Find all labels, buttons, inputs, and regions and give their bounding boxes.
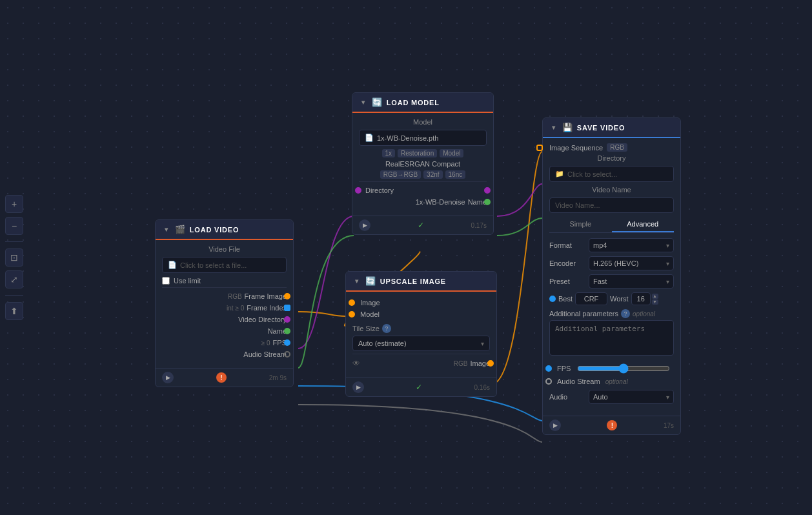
directory-input[interactable]: 📁 Click to select... — [549, 166, 674, 182]
collapse-btn[interactable]: ▾ — [359, 98, 368, 107]
time-label: 17s — [664, 422, 674, 429]
fit-button[interactable]: ⊡ — [5, 248, 23, 267]
encoder-row: Encoder H.265 (HEVC) ▾ — [549, 256, 674, 270]
video-name-label: Video Name — [549, 186, 674, 194]
check-icon: ✓ — [416, 383, 422, 392]
run-button[interactable]: ▶ — [162, 372, 174, 383]
fps-in-port: FPS — [549, 361, 674, 376]
collapse-btn[interactable]: ▾ — [352, 277, 361, 286]
file-input[interactable]: 📄 Click to select a file... — [162, 257, 287, 273]
zoom-out-button[interactable]: − — [5, 217, 23, 235]
save-icon: 💾 — [562, 123, 573, 132]
spinner-up[interactable]: ▲ — [652, 294, 658, 299]
image-in-dot[interactable] — [349, 299, 355, 306]
spinner-down[interactable]: ▼ — [652, 299, 658, 305]
fps-dot[interactable] — [284, 339, 290, 346]
expand-button[interactable]: ⤢ — [5, 270, 23, 288]
upload-button[interactable]: ⬆ — [5, 302, 23, 320]
name-port: 1x-WB-Denoise Name — [359, 196, 487, 208]
zoom-in-button[interactable]: + — [5, 195, 23, 213]
image-out-dot[interactable] — [487, 360, 494, 367]
collapse-btn[interactable]: ▾ — [549, 123, 558, 132]
use-limit-row: Use limit — [162, 277, 287, 285]
upscale-image-node: ▾ 🔄 UPSCALE IMAGE Image Model Tile Size … — [345, 271, 497, 397]
time-label: 2m 9s — [269, 374, 287, 381]
fps-in-dot[interactable] — [545, 365, 552, 372]
frame-index-port: int ≥ 0 Frame Index — [162, 302, 287, 314]
section-label: Model — [359, 118, 487, 126]
audio-row: Audio Auto ▾ — [549, 390, 674, 404]
format-select[interactable]: mp4 ▾ — [589, 238, 674, 252]
help-icon2: ? — [621, 309, 630, 318]
model-in-dot[interactable] — [349, 311, 355, 318]
name-out-dot[interactable] — [484, 199, 491, 205]
collapse-btn[interactable]: ▾ — [162, 225, 171, 234]
frame-image-dot[interactable] — [284, 293, 290, 299]
load-video-header: ▾ 🎬 LOAD VIDEO — [156, 220, 293, 240]
load-video-node: ▾ 🎬 LOAD VIDEO Video File 📄 Click to sel… — [155, 219, 294, 387]
video-name-input[interactable]: Video Name... — [549, 197, 674, 213]
node-title: LOAD MODEL — [387, 99, 440, 106]
eye-icon[interactable]: 👁 — [352, 359, 360, 368]
image-in-port: Image — [352, 297, 490, 308]
audio-stream-port: Audio Stream — [162, 348, 287, 360]
details-row: RGB→RGB 32nf 16nc — [359, 170, 487, 179]
run-button[interactable]: ▶ — [549, 419, 561, 431]
additional-params-input[interactable] — [549, 320, 674, 356]
image-out-port: 👁 RGB Image — [352, 357, 490, 370]
model-tags: 1x Restoration Model — [359, 149, 487, 157]
node-title: UPSCALE IMAGE — [380, 278, 446, 285]
use-limit-checkbox[interactable] — [162, 277, 170, 285]
name-dot[interactable] — [284, 328, 290, 334]
preset-row: Preset Fast ▾ — [549, 274, 674, 288]
tab-advanced[interactable]: Advanced — [612, 217, 675, 232]
audio-stream-dot[interactable] — [284, 351, 290, 358]
frame-index-dot[interactable] — [284, 305, 290, 311]
time-label: 0.16s — [474, 384, 490, 391]
upscale-icon: 🔄 — [365, 276, 376, 286]
section-label: Video File — [162, 245, 287, 253]
audio-stream-in-dot[interactable] — [545, 378, 552, 385]
tab-simple[interactable]: Simple — [549, 217, 612, 232]
video-directory-port: Video Directory — [162, 314, 287, 325]
frame-image-port: RGB Frame Image — [162, 290, 287, 302]
audio-select[interactable]: Auto ▾ — [589, 390, 674, 404]
crf-input[interactable]: CRF — [575, 292, 607, 305]
worst-input-group: 16 ▲ ▼ — [631, 292, 658, 305]
crf-row: Best CRF Worst 16 ▲ ▼ — [549, 292, 674, 305]
upscale-image-header: ▾ 🔄 UPSCALE IMAGE — [346, 272, 496, 292]
img-seq-row: Image Sequence RGB — [549, 143, 674, 152]
encoder-select[interactable]: H.265 (HEVC) ▾ — [589, 256, 674, 270]
run-button[interactable]: ▶ — [359, 219, 370, 231]
canvas-toolbar: + − ⊡ ⤢ ⬆ — [5, 195, 23, 320]
check-icon: ✓ — [418, 221, 424, 230]
directory-out-dot[interactable] — [484, 187, 491, 194]
error-badge: ! — [607, 420, 617, 430]
directory-label: Directory — [549, 154, 674, 162]
model-icon: 🔄 — [372, 97, 383, 107]
fps-slider[interactable] — [577, 363, 670, 374]
img-seq-dot[interactable] — [536, 145, 543, 151]
model-in-port: Model — [352, 308, 490, 320]
tab-row: Simple Advanced — [549, 217, 674, 233]
additional-label-row: Additional parameters ? optional — [549, 309, 674, 318]
model-file-value: 1x-WB-Denoise.pth — [377, 134, 438, 142]
additional-params-section: Additional parameters ? optional — [549, 309, 674, 358]
video-name-placeholder: Video Name... — [555, 201, 600, 209]
audio-stream-in-port: Audio Stream optional — [549, 376, 674, 387]
file-placeholder: Click to select a file... — [180, 261, 247, 269]
directory-port: Directory — [359, 185, 487, 196]
node-title: SAVE VIDEO — [577, 124, 625, 132]
tile-size-select[interactable]: Auto (estimate) ▾ — [352, 336, 490, 351]
help-icon: ? — [382, 324, 391, 333]
model-file-input[interactable]: 📄 1x-WB-Denoise.pth — [359, 130, 487, 146]
name-port: Name — [162, 325, 287, 337]
video-directory-dot[interactable] — [284, 316, 290, 323]
directory-in-dot[interactable] — [355, 187, 361, 194]
worst-input[interactable]: 16 — [631, 292, 651, 305]
crf-dot — [549, 296, 556, 302]
run-button[interactable]: ▶ — [352, 381, 364, 393]
preset-select[interactable]: Fast ▾ — [589, 274, 674, 288]
tile-size-section: Tile Size ? Auto (estimate) ▾ — [352, 324, 490, 351]
save-video-node: ▾ 💾 SAVE VIDEO Image Sequence RGB Direct… — [542, 117, 681, 435]
